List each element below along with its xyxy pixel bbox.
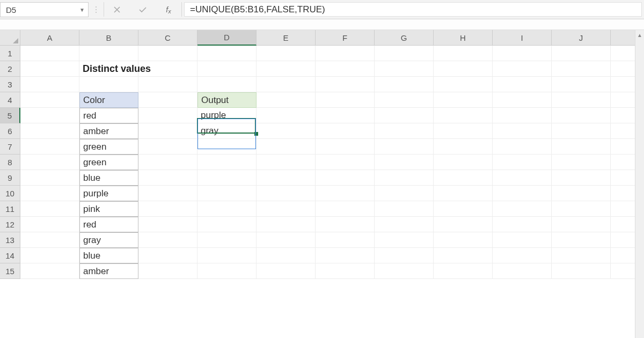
- cell-J9[interactable]: [552, 170, 611, 186]
- cell-F3[interactable]: [316, 77, 375, 92]
- cell-F11[interactable]: [316, 201, 375, 217]
- cell-I2[interactable]: [493, 61, 552, 77]
- cell-B8[interactable]: green: [79, 155, 138, 170]
- cell-H7[interactable]: [434, 139, 493, 155]
- cell-C15[interactable]: [138, 263, 197, 279]
- cell-B2[interactable]: Distinct values: [79, 61, 138, 77]
- row-header-3[interactable]: 3: [0, 77, 20, 92]
- cell-C8[interactable]: [138, 155, 197, 170]
- cell-G5[interactable]: [375, 108, 434, 123]
- cell-J15[interactable]: [552, 263, 611, 279]
- row-header-9[interactable]: 9: [0, 170, 20, 186]
- cell-B4[interactable]: Color: [79, 92, 138, 108]
- cell-H12[interactable]: [434, 217, 493, 232]
- cell-C4[interactable]: [138, 92, 197, 108]
- cell-J4[interactable]: [552, 92, 611, 108]
- cell-E9[interactable]: [257, 170, 316, 186]
- cell-C6[interactable]: [138, 123, 197, 139]
- spreadsheet-grid[interactable]: ABCDEFGHIJK12Distinct values34ColorOutpu…: [0, 30, 644, 279]
- cell-D2[interactable]: [197, 61, 257, 77]
- cell-H14[interactable]: [434, 248, 493, 263]
- cell-G6[interactable]: [375, 123, 434, 139]
- cell-F13[interactable]: [316, 232, 375, 248]
- cell-F8[interactable]: [316, 155, 375, 170]
- name-box[interactable]: D5 ▼: [0, 2, 89, 17]
- cell-F4[interactable]: [316, 92, 375, 108]
- cell-I3[interactable]: [493, 77, 552, 92]
- cell-F2[interactable]: [316, 61, 375, 77]
- cell-H10[interactable]: [434, 186, 493, 201]
- cell-G1[interactable]: [375, 46, 434, 61]
- cell-I5[interactable]: [493, 108, 552, 123]
- column-header-I[interactable]: I: [493, 30, 552, 46]
- cell-E6[interactable]: [257, 123, 316, 139]
- cell-C3[interactable]: [138, 77, 197, 92]
- cell-H4[interactable]: [434, 92, 493, 108]
- cell-D10[interactable]: [197, 186, 257, 201]
- cell-D11[interactable]: [197, 201, 257, 217]
- scroll-up-icon[interactable]: ▲: [635, 30, 644, 40]
- cell-I8[interactable]: [493, 155, 552, 170]
- cell-C1[interactable]: [138, 46, 197, 61]
- cell-J6[interactable]: [552, 123, 611, 139]
- row-header-8[interactable]: 8: [0, 155, 20, 170]
- row-header-2[interactable]: 2: [0, 61, 20, 77]
- cell-G7[interactable]: [375, 139, 434, 155]
- cell-A14[interactable]: [20, 248, 79, 263]
- insert-function-button[interactable]: fx: [156, 0, 181, 19]
- cell-A4[interactable]: [20, 92, 79, 108]
- column-header-G[interactable]: G: [375, 30, 434, 46]
- cell-I1[interactable]: [493, 46, 552, 61]
- cell-E10[interactable]: [257, 186, 316, 201]
- chevron-down-icon[interactable]: ▼: [79, 7, 85, 13]
- cell-G12[interactable]: [375, 217, 434, 232]
- row-header-12[interactable]: 12: [0, 217, 20, 232]
- enter-formula-button[interactable]: [130, 0, 156, 19]
- row-header-1[interactable]: 1: [0, 46, 20, 61]
- cell-A5[interactable]: [20, 108, 79, 123]
- row-header-14[interactable]: 14: [0, 248, 20, 263]
- cell-I13[interactable]: [493, 232, 552, 248]
- row-header-6[interactable]: 6: [0, 123, 20, 139]
- cell-E8[interactable]: [257, 155, 316, 170]
- cell-J13[interactable]: [552, 232, 611, 248]
- cell-G8[interactable]: [375, 155, 434, 170]
- cell-F7[interactable]: [316, 139, 375, 155]
- cell-B14[interactable]: blue: [79, 248, 138, 263]
- row-header-11[interactable]: 11: [0, 201, 20, 217]
- cell-G3[interactable]: [375, 77, 434, 92]
- cell-J11[interactable]: [552, 201, 611, 217]
- cell-G10[interactable]: [375, 186, 434, 201]
- cell-F5[interactable]: [316, 108, 375, 123]
- cell-E2[interactable]: [257, 61, 316, 77]
- cell-B11[interactable]: pink: [79, 201, 138, 217]
- column-header-A[interactable]: A: [20, 30, 79, 46]
- cell-C7[interactable]: [138, 139, 197, 155]
- cell-A8[interactable]: [20, 155, 79, 170]
- cell-H1[interactable]: [434, 46, 493, 61]
- cell-G11[interactable]: [375, 201, 434, 217]
- cell-A2[interactable]: [20, 61, 79, 77]
- cell-G9[interactable]: [375, 170, 434, 186]
- cell-C13[interactable]: [138, 232, 197, 248]
- cell-G2[interactable]: [375, 61, 434, 77]
- cell-H6[interactable]: [434, 123, 493, 139]
- cell-A13[interactable]: [20, 232, 79, 248]
- row-header-10[interactable]: 10: [0, 186, 20, 201]
- cell-D15[interactable]: [197, 263, 257, 279]
- cell-B13[interactable]: gray: [79, 232, 138, 248]
- cell-I14[interactable]: [493, 248, 552, 263]
- cell-B7[interactable]: green: [79, 139, 138, 155]
- row-header-13[interactable]: 13: [0, 232, 20, 248]
- cell-J1[interactable]: [552, 46, 611, 61]
- cell-A15[interactable]: [20, 263, 79, 279]
- cell-C5[interactable]: [138, 108, 197, 123]
- cell-A11[interactable]: [20, 201, 79, 217]
- cell-C9[interactable]: [138, 170, 197, 186]
- cell-H5[interactable]: [434, 108, 493, 123]
- cell-J8[interactable]: [552, 155, 611, 170]
- cell-J5[interactable]: [552, 108, 611, 123]
- cell-H11[interactable]: [434, 201, 493, 217]
- cell-D7[interactable]: [197, 139, 257, 155]
- cell-J7[interactable]: [552, 139, 611, 155]
